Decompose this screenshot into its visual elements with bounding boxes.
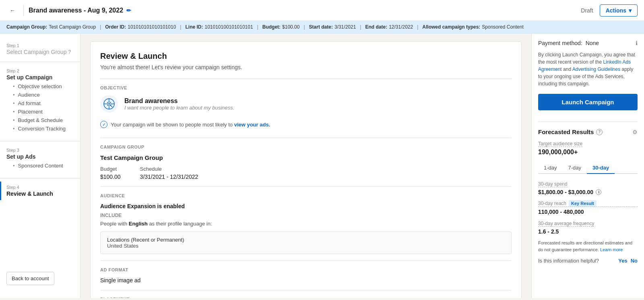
legal-text: By clicking Launch Campaign, you agree t… bbox=[538, 51, 638, 87]
step4-title-text: Review & Launch bbox=[6, 190, 53, 197]
payment-info-icon[interactable]: ℹ bbox=[636, 40, 638, 46]
schedule-item-label: Schedule bbox=[140, 166, 198, 172]
period-tabs: 1-day 7-day 30-day bbox=[538, 162, 638, 174]
section-divider-3 bbox=[100, 186, 512, 187]
step2-item-1: Objective selection bbox=[13, 82, 74, 91]
section-divider-5 bbox=[100, 290, 512, 290]
budget-item-label: Budget bbox=[100, 166, 121, 172]
order-id-value: 101010101010101010 bbox=[128, 24, 176, 30]
info-circle-icon: ✓ bbox=[100, 121, 107, 128]
helpful-row: Is this information helpful? Yes No bbox=[538, 258, 638, 264]
header-divider bbox=[23, 5, 24, 16]
step2-group: Step 2 Set up Campaign Objective selecti… bbox=[0, 65, 80, 138]
tab-7-day[interactable]: 7-day bbox=[563, 162, 587, 174]
objective-name: Brand awareness bbox=[124, 97, 234, 105]
tab-1-day[interactable]: 1-day bbox=[538, 162, 563, 174]
reach-label-row: 30-day reach Key Result bbox=[538, 200, 638, 207]
budget-value-bar: $100.00 bbox=[282, 24, 299, 30]
step3-number: Step 3 bbox=[6, 148, 74, 153]
actions-button[interactable]: Actions ▾ bbox=[600, 4, 638, 17]
objective-icon bbox=[100, 95, 118, 113]
freq-value: 1.6 - 2.5 bbox=[538, 228, 638, 235]
spend-value: $1,800.00 - $3,000.00 ℹ bbox=[538, 189, 638, 195]
step2-item-4: Placement bbox=[13, 108, 74, 116]
section-divider-2 bbox=[100, 138, 512, 138]
back-to-account-button[interactable]: Back to account bbox=[6, 272, 54, 285]
section-divider-1 bbox=[100, 79, 512, 79]
objective-info: Brand awareness I want more people to le… bbox=[124, 97, 234, 111]
objective-desc: I want more people to learn about my bus… bbox=[124, 105, 234, 111]
ad-format-section-label: AD FORMAT bbox=[100, 267, 512, 272]
back-button[interactable]: ← bbox=[6, 6, 19, 15]
audience-expansion: Audience Expansion is enabled bbox=[100, 203, 512, 209]
sep6: | bbox=[417, 24, 418, 30]
placement-section-label: PLACEMENT bbox=[100, 297, 512, 298]
location-box: Locations (Recent or Permanent) United S… bbox=[100, 232, 512, 254]
campaign-group-value: Test Campaign Group bbox=[49, 24, 96, 30]
section-divider-4 bbox=[100, 261, 512, 261]
audience-desc-lang: English bbox=[129, 221, 148, 227]
step1-help-icon[interactable]: ? bbox=[68, 49, 71, 55]
step4-number: Step 4 bbox=[6, 185, 74, 190]
step3-item-1: Sponsored Content bbox=[13, 161, 74, 170]
launch-campaign-button[interactable]: Launch Campaign bbox=[538, 94, 638, 110]
spend-info-icon[interactable]: ℹ bbox=[596, 189, 601, 195]
edit-icon[interactable]: ✏ bbox=[126, 7, 131, 14]
step1-number: Step 1 bbox=[6, 43, 74, 48]
ad-format-value: Single image ad bbox=[100, 277, 512, 283]
target-audience: Target audience size 190,000,000+ bbox=[538, 140, 638, 162]
advertising-guidelines-link[interactable]: Advertising Guidelines bbox=[572, 66, 620, 72]
forecast-note: Forecasted results are directional estim… bbox=[538, 240, 638, 253]
sep4: | bbox=[303, 24, 305, 30]
step1-title-text: Select Campaign Group bbox=[6, 49, 66, 55]
start-date-value: 3/31/2021 bbox=[334, 24, 356, 30]
svg-line-7 bbox=[110, 105, 112, 107]
forecast-learn-more-link[interactable]: Learn more bbox=[600, 247, 623, 252]
svg-point-6 bbox=[108, 103, 110, 105]
reach-label: 30-day reach bbox=[538, 201, 566, 206]
spend-value-text: $1,800.00 - $3,000.00 bbox=[538, 189, 593, 195]
schedule-item-value: 3/31/2021 - 12/31/2022 bbox=[140, 174, 198, 180]
helpful-no-button[interactable]: No bbox=[631, 258, 638, 264]
sidebar-divider-3 bbox=[0, 178, 80, 178]
step4-title: Review & Launch bbox=[6, 190, 74, 197]
audience-note-text: Your campaign will be shown to people mo… bbox=[111, 122, 270, 128]
audience-note-link[interactable]: view your ads. bbox=[234, 122, 270, 128]
legal-text-mid: and bbox=[563, 66, 572, 72]
spend-metric: 30-day spend $1,800.00 - $3,000.00 ℹ bbox=[538, 180, 638, 200]
forecasted-settings-icon[interactable]: ⚙ bbox=[632, 129, 638, 135]
audience-note: ✓ Your campaign will be shown to people … bbox=[100, 118, 512, 131]
top-header: ← Brand awareness - Aug 9, 2022 ✏ Draft … bbox=[0, 0, 644, 21]
key-result-badge: Key Result bbox=[569, 200, 597, 207]
sep3: | bbox=[257, 24, 258, 30]
audience-desc-pre: People with bbox=[100, 221, 129, 227]
target-value: 190,000,000+ bbox=[538, 149, 638, 156]
schedule-item: Schedule 3/31/2021 - 12/31/2022 bbox=[140, 166, 198, 180]
helpful-yes-button[interactable]: Yes bbox=[618, 258, 627, 264]
forecasted-header: Forecasted Results ? ⚙ bbox=[538, 128, 638, 135]
back-arrow-icon: ← bbox=[10, 7, 15, 14]
objective-section-label: OBJECTIVE bbox=[100, 85, 512, 90]
budget-item: Budget $100.00 bbox=[100, 166, 121, 180]
tab-30-day[interactable]: 30-day bbox=[587, 162, 615, 174]
line-id-label: Line ID: bbox=[185, 24, 203, 30]
sidebar-divider-2 bbox=[0, 141, 80, 141]
allowed-value: Sponsored Content bbox=[482, 24, 523, 30]
right-panel: Payment method: None ℹ By clicking Launc… bbox=[531, 33, 644, 298]
order-id-label: Order ID: bbox=[105, 24, 126, 30]
sidebar: Step 1 Select Campaign Group ? Step 2 Se… bbox=[0, 33, 80, 298]
end-date-label: End date: bbox=[365, 24, 387, 30]
spend-label: 30-day spend bbox=[538, 181, 568, 187]
forecasted-title: Forecasted Results ? bbox=[538, 128, 603, 135]
payment-label: Payment method: None bbox=[538, 40, 599, 46]
step2-title: Set up Campaign bbox=[6, 74, 74, 81]
audience-desc-post: as their profile language in: bbox=[148, 221, 212, 227]
forecasted-help-icon[interactable]: ? bbox=[596, 129, 603, 135]
info-bar: Campaign Group: Test Campaign Group | Or… bbox=[0, 21, 644, 33]
step2-item-5: Budget & Schedule bbox=[13, 116, 74, 124]
actions-label: Actions bbox=[606, 7, 626, 14]
step2-title-text: Set up Campaign bbox=[6, 74, 52, 81]
audience-desc: People with English as their profile lan… bbox=[100, 221, 512, 227]
step2-item-6: Conversion Tracking bbox=[13, 124, 74, 133]
step3-items: Sponsored Content bbox=[6, 160, 74, 172]
